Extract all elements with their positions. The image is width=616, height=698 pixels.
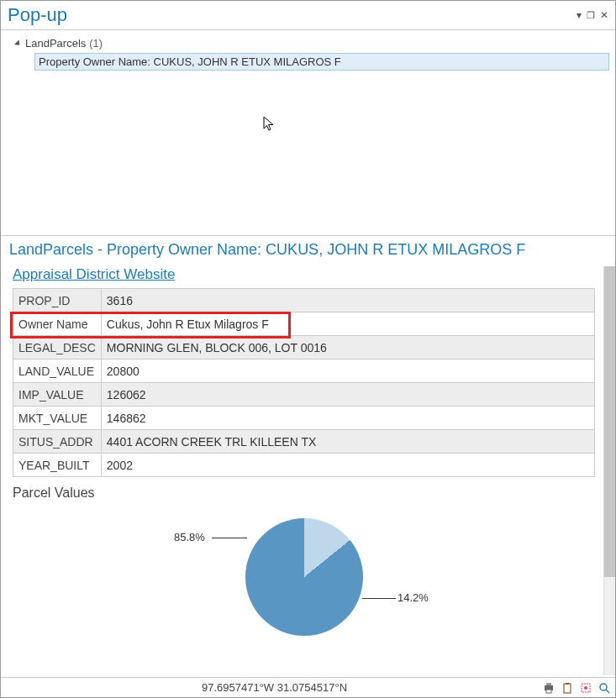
svg-rect-4 xyxy=(566,683,569,685)
window-title: Pop-up xyxy=(8,4,67,26)
status-bar: 97.6957471°W 31.0754517°N xyxy=(1,677,615,697)
attr-key: SITUS_ADDR xyxy=(13,430,102,454)
pie-label-2: 14.2% xyxy=(398,591,429,604)
pie-leader-1 xyxy=(212,538,247,538)
attr-key: PROP_ID xyxy=(13,289,102,312)
coordinates-readout: 97.6957471°W 31.0754517°N xyxy=(202,681,347,694)
caret-down-icon[interactable] xyxy=(14,39,22,47)
parcel-values-title: Parcel Values xyxy=(13,485,595,501)
scrollbar[interactable] xyxy=(603,266,615,675)
attr-value: 146862 xyxy=(101,407,594,430)
table-row: IMP_VALUE126062 xyxy=(13,383,595,407)
attr-value: MORNING GLEN, BLOCK 006, LOT 0016 xyxy=(101,336,594,359)
attr-key: LAND_VALUE xyxy=(13,359,102,383)
zoom-icon[interactable] xyxy=(598,682,610,694)
attr-value: 2002 xyxy=(101,454,594,477)
tree-layer-row[interactable]: LandParcels (1) xyxy=(16,35,607,51)
attr-key: IMP_VALUE xyxy=(13,383,102,407)
table-row: Owner NameCukus, John R Etux Milagros F xyxy=(13,312,595,336)
tree-layer-name: LandParcels xyxy=(25,37,86,50)
autohide-icon[interactable]: ▾ xyxy=(577,10,582,20)
clipboard-icon[interactable] xyxy=(561,682,573,694)
table-row: LEGAL_DESCMORNING GLEN, BLOCK 006, LOT 0… xyxy=(13,336,595,359)
table-row: YEAR_BUILT2002 xyxy=(13,454,595,477)
pie-chart: 85.8% 14.2% xyxy=(13,506,595,648)
attr-key: Owner Name xyxy=(13,312,102,336)
select-icon[interactable] xyxy=(580,682,592,694)
table-row: LAND_VALUE20800 xyxy=(13,359,595,383)
attr-value: Cukus, John R Etux Milagros F xyxy=(101,312,594,336)
svg-rect-2 xyxy=(546,690,551,693)
attr-key: YEAR_BUILT xyxy=(13,454,102,477)
titlebar: Pop-up ▾ ❐ ✕ xyxy=(1,1,615,30)
window-controls: ▾ ❐ ✕ xyxy=(577,10,608,20)
table-row: MKT_VALUE146862 xyxy=(13,407,595,430)
svg-rect-3 xyxy=(564,684,571,693)
feature-tree: LandParcels (1) Property Owner Name: CUK… xyxy=(1,30,615,235)
table-row: SITUS_ADDR4401 ACORN CREEK TRL KILLEEN T… xyxy=(13,430,595,454)
attr-key: MKT_VALUE xyxy=(13,407,102,430)
svg-line-8 xyxy=(606,690,609,693)
appraisal-link[interactable]: Appraisal District Website xyxy=(13,266,175,283)
pie-graphic xyxy=(245,518,363,636)
table-row: PROP_ID3616 xyxy=(13,289,595,312)
attr-key: LEGAL_DESC xyxy=(13,336,102,359)
close-icon[interactable]: ✕ xyxy=(600,10,608,20)
popup-heading: LandParcels - Property Owner Name: CUKUS… xyxy=(1,235,615,265)
attr-value: 4401 ACORN CREEK TRL KILLEEN TX xyxy=(101,430,594,454)
restore-icon[interactable]: ❐ xyxy=(587,11,595,20)
svg-point-6 xyxy=(584,686,587,690)
scroll-thumb[interactable] xyxy=(604,266,616,577)
pie-leader-2 xyxy=(362,598,396,599)
print-icon[interactable] xyxy=(543,682,555,694)
svg-rect-1 xyxy=(546,683,551,685)
tree-feature-item[interactable]: Property Owner Name: CUKUS, JOHN R ETUX … xyxy=(34,53,609,71)
status-icons xyxy=(543,682,610,694)
tree-layer-count: (1) xyxy=(89,37,103,50)
attribute-table: PROP_ID3616Owner NameCukus, John R Etux … xyxy=(13,288,595,477)
svg-point-7 xyxy=(600,684,607,690)
attr-value: 3616 xyxy=(101,289,594,312)
pie-label-1: 85.8% xyxy=(174,531,205,543)
attr-value: 20800 xyxy=(101,359,594,383)
popup-content: Appraisal District Website PROP_ID3616Ow… xyxy=(1,266,603,675)
attr-value: 126062 xyxy=(101,383,594,407)
